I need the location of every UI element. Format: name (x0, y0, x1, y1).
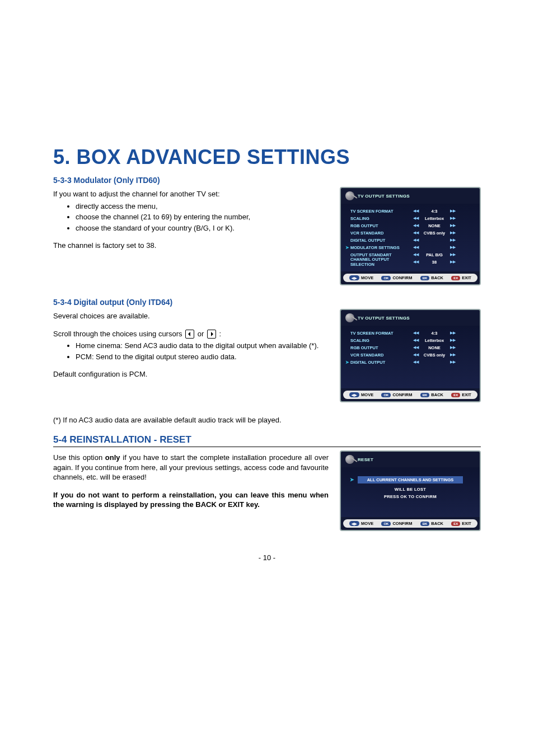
osd-row-value: CVBS only (420, 231, 449, 236)
heading-5-4: 5-4 REINSTALLATION - RESET (53, 434, 481, 445)
osd-row: ➤MODULATOR SETTINGS◀◀▶▶ (345, 244, 475, 251)
osd-row-value: 38 (420, 260, 449, 265)
forward-icon: ▶▶ (449, 223, 457, 228)
osd-row-label: TV SCREEN FORMAT (350, 331, 412, 336)
exit-button-icon: EX (451, 393, 460, 397)
rewind-icon: ◀◀ (412, 238, 420, 242)
scroll-instruction: Scroll through the choices using cursors… (53, 329, 329, 339)
exit-button-icon: EX (451, 276, 460, 280)
forward-icon: ▶▶ (449, 252, 457, 257)
osd-row-label: VCR STANDARD (350, 353, 412, 358)
text: or (195, 330, 206, 338)
move-button-icon: ◀▶ (349, 521, 359, 526)
forward-icon: ▶▶ (449, 353, 457, 357)
back-label: BACK (431, 521, 443, 526)
text: : (217, 330, 221, 338)
rewind-icon: ◀◀ (412, 331, 420, 335)
osd-row: ➤VCR STANDARD◀◀CVBS only▶▶ (345, 229, 475, 236)
osd-row-label: RGB OUTPUT (350, 345, 412, 350)
exit-button-icon: EX (451, 522, 460, 526)
forward-icon: ▶▶ (449, 245, 457, 250)
forward-icon: ▶▶ (449, 331, 457, 335)
forward-icon: ▶▶ (449, 338, 457, 342)
osd-row-label: SCALING (350, 338, 412, 343)
confirm-label: CONFIRM (392, 275, 412, 280)
heading-5-3-4: 5-3-4 Digital output (Only ITD64) (53, 298, 481, 307)
satellite-icon (345, 313, 354, 322)
ac3-footnote: (*) If no AC3 audio data are available d… (53, 416, 481, 424)
osd-row: ➤CHANNEL OUTPUT SELECTION◀◀38▶▶ (345, 259, 475, 265)
osd-screenshot-modulator: TV OUTPUT SETTINGS ➤TV SCREEN FORMAT◀◀4:… (340, 187, 481, 285)
ok-button-icon: OK (381, 276, 391, 280)
rewind-icon: ◀◀ (412, 260, 420, 264)
forward-icon: ▶▶ (449, 360, 457, 364)
osd-row-value: Letterbox (420, 216, 449, 221)
forward-icon: ▶▶ (449, 209, 457, 213)
bullet: Home cinema: Send AC3 audio data to the … (76, 341, 329, 351)
ok-button-icon: OK (381, 393, 391, 397)
back-label: BACK (431, 275, 443, 280)
osd-row-label: SCALING (350, 216, 412, 221)
page-title: 5. BOX ADVANCED SETTINGS (53, 145, 481, 169)
osd-row-value: NONE (420, 345, 449, 350)
bullet: directly access the menu, (76, 201, 329, 212)
exit-label: EXIT (462, 275, 471, 280)
intro-5-3-3: If you want to adjust the channel for an… (53, 189, 329, 199)
osd-row-label: DIGITAL OUTPUT (350, 360, 412, 365)
section-rule (53, 447, 481, 447)
rewind-icon: ◀◀ (412, 231, 420, 235)
forward-icon: ▶▶ (449, 345, 457, 350)
rewind-icon: ◀◀ (412, 252, 420, 257)
pointer-icon: ➤ (345, 360, 349, 365)
move-label: MOVE (361, 521, 373, 526)
reset-paragraph-1: Use this option only if you have to star… (53, 453, 329, 482)
osd-row: ➤TV SCREEN FORMAT◀◀4:3▶▶ (345, 330, 475, 336)
osd-title: TV OUTPUT SETTINGS (358, 316, 410, 321)
forward-icon: ▶▶ (449, 231, 457, 235)
bullets-5-3-4: Home cinema: Send AC3 audio data to the … (76, 341, 329, 361)
pointer-icon: ➤ (350, 477, 354, 482)
text: Scroll through the choices using cursors (53, 330, 184, 338)
text-bold: only (105, 453, 120, 462)
back-label: BACK (431, 392, 443, 397)
back-button-icon: BK (420, 393, 430, 397)
osd-row-value: 4:3 (420, 209, 449, 214)
osd-row-value: NONE (420, 223, 449, 228)
osd-row: ➤SCALING◀◀Letterbox▶▶ (345, 215, 475, 222)
reset-line-2: WILL BE LOST (345, 487, 475, 492)
move-label: MOVE (361, 392, 373, 397)
reset-banner: ➤ ALL CURRENT CHANNELS AND SETTINGS (358, 476, 463, 483)
back-button-icon: BK (420, 276, 430, 280)
heading-5-3-3: 5-3-3 Modulator (Only ITD60) (53, 176, 481, 185)
back-button-icon: BK (420, 522, 430, 526)
osd-row-label: TV SCREEN FORMAT (350, 209, 412, 214)
osd-title: TV OUTPUT SETTINGS (358, 194, 410, 199)
rewind-icon: ◀◀ (412, 209, 420, 213)
satellite-icon (345, 455, 354, 464)
bullet: PCM: Send to the digital output stereo a… (76, 352, 329, 362)
rewind-icon: ◀◀ (412, 223, 420, 228)
rewind-icon: ◀◀ (412, 345, 420, 350)
osd-screenshot-digital-output: TV OUTPUT SETTINGS ➤TV SCREEN FORMAT◀◀4:… (340, 309, 481, 402)
reset-line-3: PRESS OK TO CONFIRM (345, 494, 475, 499)
rewind-icon: ◀◀ (412, 216, 420, 220)
pointer-icon: ➤ (345, 245, 349, 250)
bullet: choose the channel (21 to 69) by enterin… (76, 212, 329, 222)
move-button-icon: ◀▶ (349, 392, 359, 397)
osd-row: ➤DIGITAL OUTPUT◀◀▶▶ (345, 359, 475, 365)
osd-row: ➤VCR STANDARD◀◀CVBS only▶▶ (345, 351, 475, 358)
cursor-left-icon (185, 330, 194, 339)
bullet: choose the standard of your country (B/G… (76, 223, 329, 233)
satellite-icon (345, 191, 354, 200)
cursor-right-icon (207, 330, 216, 339)
bullets-5-3-3: directly access the menu, choose the cha… (76, 201, 329, 233)
reset-paragraph-2: If you do not want to perform a reinstal… (53, 490, 329, 510)
osd-footer: ◀▶MOVE OKCONFIRM BKBACK EXEXIT (343, 391, 477, 399)
osd-row-value: CVBS only (420, 353, 449, 358)
osd-row-value: 4:3 (420, 331, 449, 336)
default-note: Default configuration is PCM. (53, 369, 329, 379)
text: Use this option (53, 453, 105, 462)
rewind-icon: ◀◀ (412, 360, 420, 364)
osd-row-value: Letterbox (420, 338, 449, 343)
osd-row-label: DIGITAL OUTPUT (350, 238, 412, 243)
